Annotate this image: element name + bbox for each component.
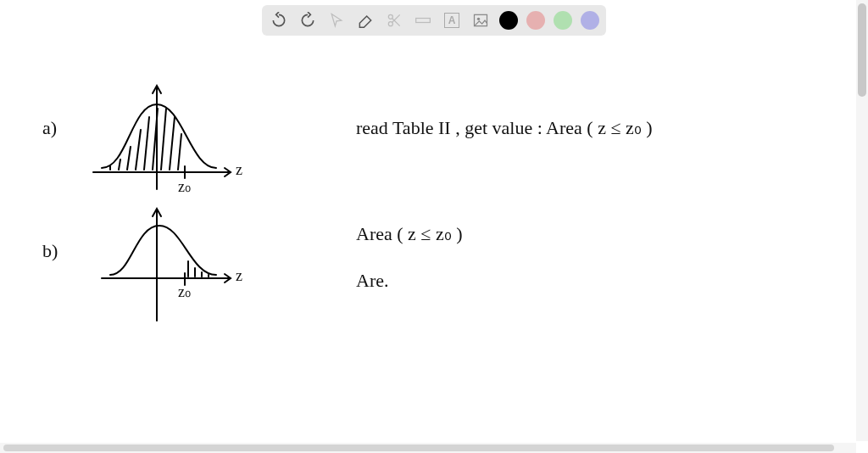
toolbar: A [262,5,606,36]
undo-icon [270,12,287,29]
color-swatch-black[interactable] [499,11,518,30]
sketch-b-tick-label: z₀ [178,283,191,300]
ruler-button[interactable] [413,10,433,31]
redo-button[interactable] [298,10,318,31]
sketch-a-tick-label: z₀ [178,178,191,195]
image-icon [472,12,489,29]
pointer-button[interactable] [326,10,347,31]
undo-button[interactable] [269,10,289,31]
redo-icon [299,12,316,29]
sketch-a-axis-label: z [236,161,242,178]
horizontal-scroll-thumb[interactable] [3,445,834,451]
image-button[interactable] [470,10,491,31]
text-button[interactable]: A [442,10,462,31]
scissors-button[interactable] [384,10,404,31]
part-b-line1: Area ( z ≤ z₀ ) [356,223,463,244]
whiteboard-canvas[interactable]: a) z z₀ read Table II , get value [0,41,854,441]
sketch-b-axis-label: z [236,267,242,284]
color-swatch-pink[interactable] [526,11,545,30]
horizontal-scrollbar[interactable] [0,443,856,453]
vertical-scroll-thumb[interactable] [858,3,866,97]
ruler-icon [415,12,431,29]
eraser-button[interactable] [355,10,376,31]
color-swatch-green[interactable] [554,11,572,30]
part-b-line2: Are. [356,270,388,291]
text-icon: A [444,13,459,28]
vertical-scrollbar[interactable] [856,0,868,441]
handwriting-layer: a) z z₀ read Table II , get value [0,41,854,441]
svg-rect-2 [416,19,431,23]
part-b-label: b) [42,240,58,261]
part-a-text: read Table II , get value : Area ( z ≤ z… [356,117,653,138]
part-a-label: a) [42,117,57,138]
eraser-icon [357,12,374,29]
scissors-icon [386,12,403,29]
svg-point-4 [477,18,480,20]
color-swatch-blue[interactable] [581,11,599,30]
sketch-a [93,86,231,189]
sketch-b [102,209,231,321]
pointer-icon [328,12,345,29]
